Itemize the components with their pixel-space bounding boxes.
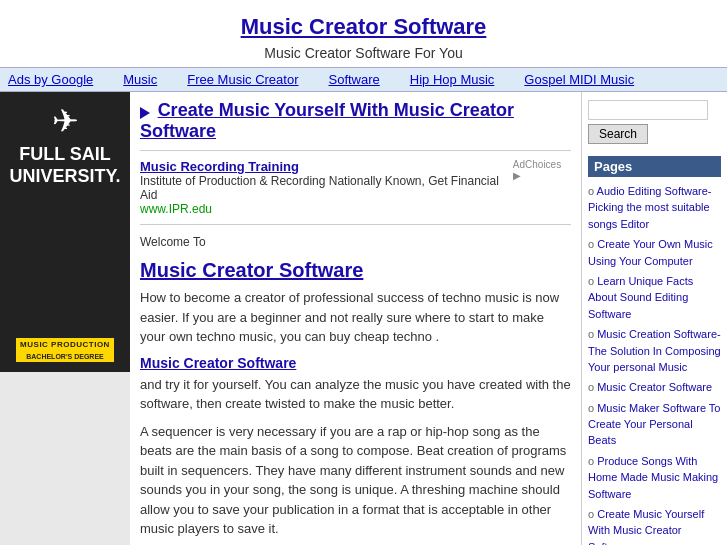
site-title[interactable]: Music Creator Software	[0, 10, 727, 41]
site-title-link[interactable]: Music Creator Software	[241, 14, 487, 39]
pages-list-item: Music Creator Software	[588, 377, 721, 397]
pages-link-5[interactable]: Music Maker Software To Create Your Pers…	[588, 402, 720, 447]
search-input[interactable]	[588, 100, 708, 120]
nav-item-5[interactable]: Gospel MIDI Music	[524, 72, 634, 87]
ad-choices: AdChoices ▶	[513, 159, 571, 181]
nav-item-1[interactable]: Music	[123, 72, 157, 87]
pages-list-item: Audio Editing Software- Picking the most…	[588, 181, 721, 234]
nav-item-2[interactable]: Free Music Creator	[187, 72, 298, 87]
main-ad-title[interactable]: Create Music Yourself With Music Creator…	[140, 100, 514, 141]
pages-link-1[interactable]: Create Your Own Music Using Your Compute…	[588, 238, 713, 266]
school-name: FULL SAIL UNIVERSITY.	[9, 144, 120, 187]
pages-link-7[interactable]: Create Music Yourself With Music Creator…	[588, 508, 704, 545]
pages-list-item: Music Maker Software To Create Your Pers…	[588, 398, 721, 451]
pages-list-item: Music Creation Software- The Solution In…	[588, 324, 721, 377]
section1-body3: A sequencer is very necessary if you are…	[140, 422, 571, 539]
pages-link-0[interactable]: Audio Editing Software- Picking the most…	[588, 185, 712, 230]
pages-link-4[interactable]: Music Creator Software	[597, 381, 712, 393]
section1-link[interactable]: Music Creator Software	[140, 355, 571, 371]
section1-title[interactable]: Music Creator Software	[140, 259, 571, 282]
right-sidebar: Search Pages Audio Editing Software- Pic…	[582, 92, 727, 545]
pages-section: Pages Audio Editing Software- Picking th…	[588, 156, 721, 545]
sub-ad-title[interactable]: Music Recording Training	[140, 159, 513, 174]
section1-body1: How to become a creator of professional …	[140, 288, 571, 347]
pages-list: Audio Editing Software- Picking the most…	[588, 181, 721, 545]
top-ad-section: Create Music Yourself With Music Creator…	[140, 100, 571, 225]
plane-icon: ✈	[52, 102, 79, 140]
pages-list-item: Produce Songs With Home Made Music Makin…	[588, 451, 721, 504]
pages-list-item: Learn Unique Facts About Sound Editing S…	[588, 271, 721, 324]
sub-ad-desc: Institute of Production & Recording Nati…	[140, 174, 513, 202]
search-box: Search	[588, 100, 721, 144]
nav-item-3[interactable]: Software	[328, 72, 379, 87]
nav-item-0[interactable]: Ads by Google	[8, 72, 93, 87]
pages-list-item: Create Music Yourself With Music Creator…	[588, 504, 721, 545]
main-layout: ✈ FULL SAIL UNIVERSITY. MUSIC PRODUCTION…	[0, 92, 727, 545]
left-sidebar: ✈ FULL SAIL UNIVERSITY. MUSIC PRODUCTION…	[0, 92, 130, 545]
welcome-text: Welcome To	[140, 235, 571, 249]
nav-item-4[interactable]: Hip Hop Music	[410, 72, 495, 87]
search-button[interactable]: Search	[588, 124, 648, 144]
pages-title: Pages	[588, 156, 721, 177]
ad-triangle-icon	[140, 107, 150, 119]
site-header: Music Creator Software Music Creator Sof…	[0, 0, 727, 67]
nav-bar: Ads by GoogleMusicFree Music CreatorSoft…	[0, 67, 727, 92]
pages-link-2[interactable]: Learn Unique Facts About Sound Editing S…	[588, 275, 693, 320]
sub-ad-url[interactable]: www.IPR.edu	[140, 202, 513, 216]
school-program: MUSIC PRODUCTION BACHELOR'S DEGREE	[16, 278, 114, 362]
pages-link-3[interactable]: Music Creation Software- The Solution In…	[588, 328, 721, 373]
section1-body2: and try it for yourself. You can analyze…	[140, 375, 571, 414]
left-ad[interactable]: ✈ FULL SAIL UNIVERSITY. MUSIC PRODUCTION…	[0, 92, 130, 372]
content-area: Create Music Yourself With Music Creator…	[130, 92, 582, 545]
pages-link-6[interactable]: Produce Songs With Home Made Music Makin…	[588, 455, 718, 500]
pages-list-item: Create Your Own Music Using Your Compute…	[588, 234, 721, 271]
site-subtitle: Music Creator Software For You	[0, 45, 727, 61]
